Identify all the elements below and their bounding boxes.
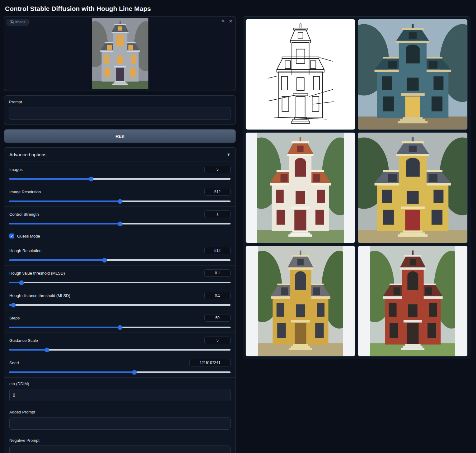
hough-value-threshold-slider[interactable]	[9, 282, 231, 283]
slider-thumb[interactable]	[118, 325, 122, 330]
eta-label: eta (DDIM)	[9, 381, 231, 386]
negative-prompt-label: Negative Prompt	[9, 438, 231, 443]
prompt-label: Prompt	[9, 100, 231, 104]
image-resolution-slider-label: Image Resolution	[9, 190, 41, 194]
slider-block-control-strength: Control Strength	[4, 206, 236, 229]
seed-slider[interactable]	[9, 371, 231, 373]
slider-fill	[9, 178, 91, 180]
added-prompt-block: Added Prompt	[4, 406, 236, 434]
advanced-options-title: Advanced options	[9, 152, 46, 157]
slider-thumb[interactable]	[89, 177, 94, 181]
slider-thumb[interactable]	[118, 221, 122, 226]
negative-prompt-input[interactable]	[9, 446, 231, 453]
main-layout: Image ✎ ✕ Prompt Run Advanced options ▼ …	[0, 16, 476, 453]
slider-thumb[interactable]	[44, 347, 49, 352]
steps-slider[interactable]	[9, 327, 231, 328]
hough-distance-threshold-value-input[interactable]	[204, 292, 231, 299]
edit-image-button[interactable]: ✎	[222, 19, 225, 23]
images-slider[interactable]	[9, 178, 231, 180]
eta-input[interactable]	[9, 389, 231, 401]
guidance-scale-slider[interactable]	[9, 349, 231, 351]
generated-image-5	[370, 246, 455, 356]
image-label-chip: Image	[7, 19, 29, 26]
slider-fill	[9, 201, 120, 202]
seed-value-input[interactable]	[189, 359, 231, 366]
check-icon: ✓	[10, 234, 13, 238]
prompt-input[interactable]	[9, 107, 231, 120]
slider-thumb[interactable]	[118, 199, 122, 204]
control-strength-slider-label: Control Strength	[9, 212, 39, 217]
slider-block-hough-distance-threshold: Hough distance threshold (MLSD)	[4, 288, 236, 310]
hough-resolution-value-input[interactable]	[204, 247, 231, 254]
gallery-item-result-3[interactable]	[358, 132, 468, 243]
gallery-item-result-4[interactable]	[245, 246, 355, 356]
chevron-down-icon: ▼	[226, 152, 231, 157]
generated-image-4	[258, 246, 343, 356]
slider-fill	[9, 223, 120, 224]
slider-thumb[interactable]	[19, 280, 24, 285]
slider-block-hough-resolution: Hough Resolution	[4, 243, 236, 265]
hough-resolution-slider-label: Hough Resolution	[9, 248, 41, 253]
page-title: Control Stable Diffusion with Hough Line…	[0, 0, 476, 16]
gallery-item-result-1[interactable]	[358, 19, 468, 130]
image-resolution-value-input[interactable]	[204, 188, 231, 196]
steps-value-input[interactable]	[204, 314, 231, 322]
prompt-panel: Prompt	[4, 95, 236, 125]
slider-block-steps: Steps	[4, 310, 236, 333]
slider-fill	[9, 371, 134, 373]
image-icon	[10, 20, 14, 24]
added-prompt-input[interactable]	[9, 417, 231, 430]
slider-fill	[9, 349, 47, 351]
hough-line-map-image	[267, 19, 334, 130]
guidance-scale-value-input[interactable]	[204, 337, 231, 344]
advanced-options-header[interactable]: Advanced options ▼	[4, 148, 236, 162]
control-strength-value-input[interactable]	[204, 210, 231, 218]
clear-image-button[interactable]: ✕	[229, 19, 232, 23]
control-strength-slider[interactable]	[9, 223, 231, 224]
images-slider-label: Images	[9, 167, 23, 172]
steps-slider-label: Steps	[9, 316, 20, 320]
advanced-options-panel: Advanced options ▼ Images Image Resoluti…	[4, 147, 236, 453]
slider-thumb[interactable]	[11, 303, 16, 307]
input-image-panel[interactable]: Image ✎ ✕	[4, 16, 236, 91]
hough-value-threshold-slider-label: Hough value threshold (MLSD)	[9, 271, 65, 276]
gallery-item-result-5[interactable]	[358, 246, 468, 356]
input-image-preview	[92, 18, 148, 89]
run-button[interactable]: Run	[4, 129, 236, 143]
hough-value-threshold-value-input[interactable]	[204, 269, 231, 277]
guess-mode-checkbox-row[interactable]: ✓ Guess Mode	[4, 229, 236, 243]
output-gallery	[243, 16, 470, 359]
negative-prompt-block: Negative Prompt	[4, 434, 236, 453]
slider-thumb[interactable]	[102, 258, 107, 262]
slider-block-seed: Seed	[4, 355, 236, 377]
right-column	[243, 16, 470, 359]
hough-distance-threshold-slider[interactable]	[9, 304, 231, 306]
left-column: Image ✎ ✕ Prompt Run Advanced options ▼ …	[4, 16, 236, 453]
seed-slider-label: Seed	[9, 361, 19, 365]
slider-thumb[interactable]	[132, 370, 137, 375]
slider-fill	[9, 259, 105, 261]
images-value-input[interactable]	[204, 166, 231, 173]
gallery-item-result-2[interactable]	[245, 132, 355, 243]
generated-image-2	[257, 133, 344, 243]
hough-resolution-slider[interactable]	[9, 259, 231, 261]
image-resolution-slider[interactable]	[9, 201, 231, 202]
guidance-scale-slider-label: Guidance Scale	[9, 338, 38, 343]
slider-block-guidance-scale: Guidance Scale	[4, 333, 236, 355]
slider-block-image-resolution: Image Resolution	[4, 184, 236, 206]
hough-distance-threshold-slider-label: Hough distance threshold (MLSD)	[9, 293, 70, 298]
image-label: Image	[15, 20, 26, 24]
generated-image-1	[358, 19, 467, 130]
guess-mode-checkbox[interactable]: ✓	[9, 234, 14, 238]
slider-block-images: Images	[4, 162, 236, 184]
guess-mode-label: Guess Mode	[17, 234, 40, 238]
added-prompt-label: Added Prompt	[9, 410, 231, 414]
slider-block-hough-value-threshold: Hough value threshold (MLSD)	[4, 265, 236, 288]
generated-image-3	[358, 133, 467, 243]
gallery-item-hough-map[interactable]	[245, 19, 355, 130]
slider-fill	[9, 327, 120, 328]
eta-block: eta (DDIM)	[4, 377, 236, 406]
